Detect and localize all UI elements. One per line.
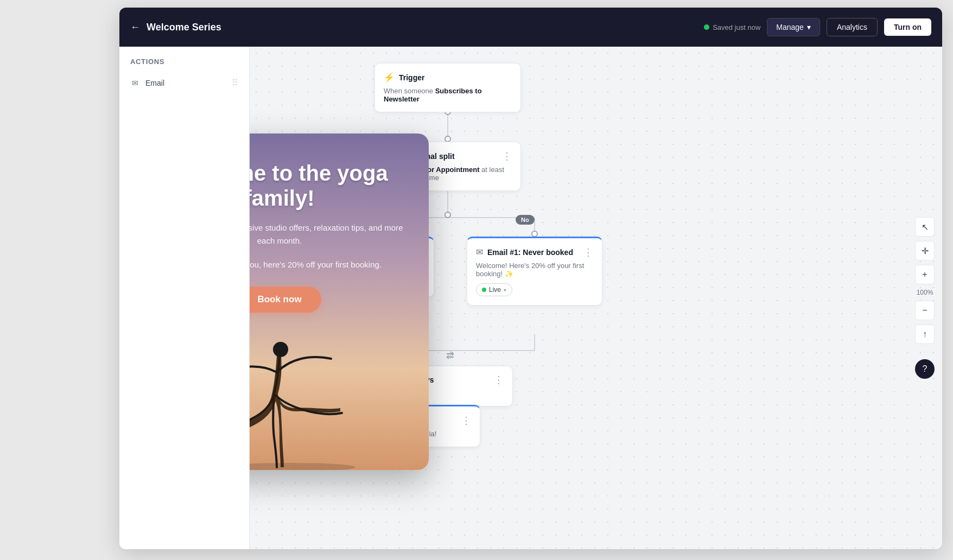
body-area: Actions ✉ Email ⠿ Welcome to the yoga fa… bbox=[119, 47, 942, 549]
email-preview-content: Welcome to the yoga family! Keep an eye … bbox=[250, 133, 429, 323]
sidebar-item-label: Email bbox=[145, 79, 164, 87]
email-never-icon: ✉ bbox=[476, 247, 483, 257]
page-title: Welcome Series bbox=[147, 22, 221, 33]
trigger-node[interactable]: ⚡ Trigger When someone Subscribes to New… bbox=[374, 63, 521, 112]
trigger-title: Trigger bbox=[399, 73, 512, 82]
trigger-icon: ⚡ bbox=[384, 72, 395, 82]
zoom-level: 100% bbox=[917, 289, 933, 296]
help-button[interactable]: ? bbox=[915, 359, 935, 379]
move-icon: ✛ bbox=[922, 246, 929, 256]
scroll-up-button[interactable]: ↑ bbox=[915, 324, 935, 344]
email-booked2-menu[interactable]: ⋮ bbox=[461, 416, 471, 425]
cursor-tool-button[interactable]: ↖ bbox=[915, 217, 935, 237]
svg-point-18 bbox=[445, 212, 450, 218]
move-tool-button[interactable]: ✛ bbox=[915, 241, 935, 260]
email-preview-background: Welcome to the yoga family! Keep an eye … bbox=[250, 133, 429, 470]
sidebar-item-email[interactable]: ✉ Email ⠿ bbox=[119, 72, 249, 93]
email-never-header: ✉ Email #1: Never booked ⋮ bbox=[476, 247, 593, 257]
silhouette bbox=[250, 318, 429, 470]
zoom-out-button[interactable]: − bbox=[915, 301, 935, 320]
back-button[interactable]: ← bbox=[130, 22, 140, 33]
turnon-button[interactable]: Turn on bbox=[884, 18, 931, 36]
right-toolbar: ↖ ✛ + 100% − ↑ ? bbox=[915, 217, 935, 379]
email-preview-subtitle: Keep an eye out for exclusive studio off… bbox=[250, 221, 407, 247]
email-never-status[interactable]: Live ▾ bbox=[476, 283, 512, 296]
svg-point-1 bbox=[273, 342, 288, 357]
sidebar-title: Actions bbox=[119, 58, 249, 72]
chevron-down-icon: ▾ bbox=[807, 23, 811, 31]
zoom-out-icon: − bbox=[922, 306, 927, 315]
cursor-icon: ↖ bbox=[922, 222, 929, 232]
email-never-body: Welcome! Here's 20% off your first booki… bbox=[476, 262, 593, 278]
back-icon: ← bbox=[130, 22, 140, 33]
help-icon: ? bbox=[923, 364, 927, 374]
header: ← Welcome Series Saved just now Manage ▾… bbox=[119, 8, 942, 47]
zoom-in-icon: + bbox=[922, 270, 927, 279]
live-dot-2 bbox=[482, 288, 486, 292]
drag-handle-icon: ⠿ bbox=[232, 78, 238, 88]
status-chevron-icon-2: ▾ bbox=[504, 287, 506, 293]
saved-dot bbox=[704, 24, 709, 30]
up-icon: ↑ bbox=[923, 329, 927, 339]
email-never-title: Email #1: Never booked bbox=[487, 248, 579, 257]
saved-status: Saved just now bbox=[704, 23, 760, 31]
email-preview-title: Welcome to the yoga family! bbox=[250, 161, 407, 211]
email-preview-card: Welcome to the yoga family! Keep an eye … bbox=[250, 133, 429, 470]
trigger-node-header: ⚡ Trigger bbox=[384, 72, 512, 82]
svg-point-9 bbox=[532, 231, 537, 237]
email-never-menu[interactable]: ⋮ bbox=[583, 247, 593, 257]
email-never-node[interactable]: ✉ Email #1: Never booked ⋮ Welcome! Here… bbox=[467, 237, 602, 306]
silhouette-svg bbox=[250, 329, 366, 470]
book-now-button[interactable]: Book now bbox=[250, 287, 321, 313]
analytics-button[interactable]: Analytics bbox=[827, 18, 878, 36]
zoom-in-button[interactable]: + bbox=[915, 265, 935, 284]
conditional-menu[interactable]: ⋮ bbox=[502, 151, 512, 161]
email-icon: ✉ bbox=[130, 78, 140, 88]
no-badge: No bbox=[516, 215, 535, 225]
email-preview-special: As a special thank you, here's 20% off y… bbox=[250, 258, 407, 271]
app-window: ← Welcome Series Saved just now Manage ▾… bbox=[119, 8, 942, 549]
trigger-body: When someone Subscribes to Newsletter bbox=[384, 87, 512, 103]
svg-text:⇄: ⇄ bbox=[446, 350, 454, 361]
delay-menu[interactable]: ⋮ bbox=[494, 375, 504, 385]
sidebar: Actions ✉ Email ⠿ bbox=[119, 47, 250, 549]
manage-button[interactable]: Manage ▾ bbox=[767, 18, 820, 36]
svg-point-0 bbox=[250, 463, 355, 470]
svg-point-3 bbox=[445, 136, 450, 142]
canvas: Welcome to the yoga family! Keep an eye … bbox=[250, 47, 942, 549]
